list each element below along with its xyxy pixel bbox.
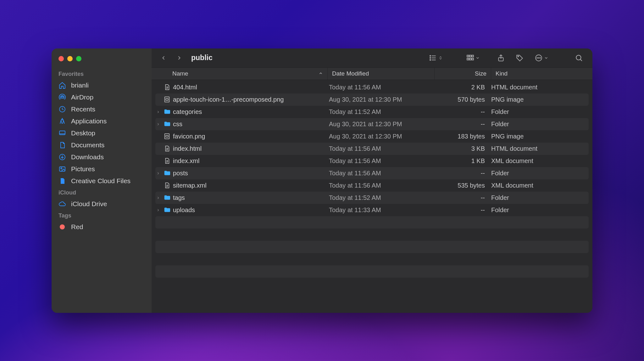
home-icon xyxy=(58,82,66,89)
sidebar-item-label: Desktop xyxy=(71,129,95,137)
back-button[interactable] xyxy=(158,52,169,64)
svg-rect-32 xyxy=(166,99,168,100)
forward-button[interactable] xyxy=(174,52,185,64)
sidebar-item-label: brianli xyxy=(71,82,89,89)
svg-rect-31 xyxy=(165,97,169,102)
empty-row xyxy=(155,265,589,278)
svg-rect-17 xyxy=(467,58,469,60)
folder-icon xyxy=(164,108,170,115)
file-kind: HTML document xyxy=(491,145,589,152)
more-button[interactable] xyxy=(531,54,552,62)
column-header-date[interactable]: Date Modified xyxy=(328,68,435,80)
file-row[interactable]: index.xml Today at 11:56 AM 1 KB XML doc… xyxy=(155,155,589,167)
file-kind: Folder xyxy=(491,194,589,201)
minimize-button[interactable] xyxy=(67,56,73,61)
sidebar-item-pictures[interactable]: Pictures xyxy=(52,163,152,175)
file-row[interactable]: favicon.png Aug 30, 2021 at 12:30 PM 183… xyxy=(155,130,589,143)
cloud-icon xyxy=(58,200,66,208)
folder-icon xyxy=(164,206,170,213)
close-button[interactable] xyxy=(58,56,64,61)
file-size: -- xyxy=(435,194,491,201)
disclosure-triangle-icon[interactable]: › xyxy=(155,195,161,200)
view-list-button[interactable] xyxy=(426,54,446,62)
svg-rect-16 xyxy=(472,55,473,57)
sidebar-item-label: AirDrop xyxy=(71,93,93,101)
sidebar-item-applications[interactable]: Applications xyxy=(52,115,152,127)
file-row[interactable]: › css Aug 30, 2021 at 12:30 PM -- Folder xyxy=(155,118,589,130)
file-row[interactable]: › uploads Today at 11:33 AM -- Folder xyxy=(155,204,589,216)
file-size: -- xyxy=(435,121,491,128)
file-date: Today at 11:56 AM xyxy=(328,157,435,165)
file-icon xyxy=(164,145,170,152)
sidebar-item-red[interactable]: Red xyxy=(52,221,152,233)
file-row[interactable]: index.html Today at 11:56 AM 3 KB HTML d… xyxy=(155,143,589,155)
file-kind: XML document xyxy=(491,182,589,189)
file-date: Aug 30, 2021 at 12:30 PM xyxy=(328,133,435,140)
search-button[interactable] xyxy=(572,54,586,62)
group-button[interactable] xyxy=(463,54,483,62)
svg-rect-34 xyxy=(166,135,168,137)
file-row[interactable]: 404.html Today at 11:56 AM 2 KB HTML doc… xyxy=(155,81,589,93)
doc-icon xyxy=(58,141,66,149)
file-date: Today at 11:56 AM xyxy=(328,145,435,152)
sidebar-item-brianli[interactable]: brianli xyxy=(52,79,152,91)
empty-row xyxy=(155,241,589,253)
column-header-size[interactable]: Size xyxy=(435,68,491,80)
sidebar-item-label: Red xyxy=(71,223,83,231)
ccfile-icon xyxy=(58,177,66,185)
sidebar-item-desktop[interactable]: Desktop xyxy=(52,127,152,139)
disclosure-triangle-icon[interactable]: › xyxy=(155,170,161,176)
tags-button[interactable] xyxy=(513,54,527,62)
svg-point-25 xyxy=(540,57,541,58)
download-icon xyxy=(58,153,66,161)
sidebar-item-recents[interactable]: Recents xyxy=(52,103,152,115)
sidebar-item-label: Pictures xyxy=(71,165,95,173)
svg-point-7 xyxy=(61,168,62,169)
column-header-kind[interactable]: Kind xyxy=(491,68,592,80)
sidebar-item-downloads[interactable]: Downloads xyxy=(52,151,152,163)
file-kind: XML document xyxy=(491,157,589,165)
file-date: Aug 30, 2021 at 12:30 PM xyxy=(328,121,435,128)
main-panel: public xyxy=(152,48,592,313)
file-list: 404.html Today at 11:56 AM 2 KB HTML doc… xyxy=(152,80,592,313)
window-title: public xyxy=(191,54,213,62)
sidebar: FavoritesbrianliAirDropRecentsApplicatio… xyxy=(52,48,152,313)
sidebar-item-documents[interactable]: Documents xyxy=(52,139,152,151)
empty-row xyxy=(155,228,589,241)
sidebar-item-icloud-drive[interactable]: iCloud Drive xyxy=(52,198,152,210)
sidebar-item-airdrop[interactable]: AirDrop xyxy=(52,91,152,103)
svg-point-13 xyxy=(430,59,431,60)
file-name: index.xml xyxy=(173,157,199,165)
file-kind: Folder xyxy=(491,108,589,116)
column-header-name[interactable]: Name xyxy=(152,68,328,80)
file-row[interactable]: › posts Today at 11:56 AM -- Folder xyxy=(155,167,589,179)
share-button[interactable] xyxy=(494,54,508,62)
sidebar-section-title: iCloud xyxy=(52,187,152,198)
toolbar: public xyxy=(152,48,592,67)
svg-rect-18 xyxy=(469,58,471,60)
sidebar-item-creative-cloud-files[interactable]: Creative Cloud Files xyxy=(52,175,152,187)
finder-window: FavoritesbrianliAirDropRecentsApplicatio… xyxy=(52,48,592,313)
file-name: tags xyxy=(173,194,185,201)
svg-point-26 xyxy=(576,55,581,60)
file-kind: PNG image xyxy=(491,96,589,103)
file-row[interactable]: › categories Today at 11:52 AM -- Folder xyxy=(155,106,589,118)
disclosure-triangle-icon[interactable]: › xyxy=(155,207,161,213)
sidebar-item-label: Applications xyxy=(71,117,107,125)
folder-icon xyxy=(164,194,170,201)
folder-icon xyxy=(164,121,170,127)
file-row[interactable]: sitemap.xml Today at 11:56 AM 535 bytes … xyxy=(155,179,589,192)
svg-rect-15 xyxy=(469,55,471,57)
file-name: categories xyxy=(173,108,202,116)
disclosure-triangle-icon[interactable]: › xyxy=(155,109,161,115)
maximize-button[interactable] xyxy=(76,56,81,61)
sidebar-item-label: Documents xyxy=(71,141,104,149)
folder-icon xyxy=(164,170,170,177)
disclosure-triangle-icon[interactable]: › xyxy=(155,121,161,127)
svg-rect-33 xyxy=(165,134,169,139)
svg-point-0 xyxy=(61,96,63,98)
file-row[interactable]: apple-touch-icon-1…-precomposed.png Aug … xyxy=(155,93,589,106)
file-row[interactable]: › tags Today at 11:52 AM -- Folder xyxy=(155,192,589,204)
file-kind: Folder xyxy=(491,170,589,177)
empty-row xyxy=(155,253,589,265)
